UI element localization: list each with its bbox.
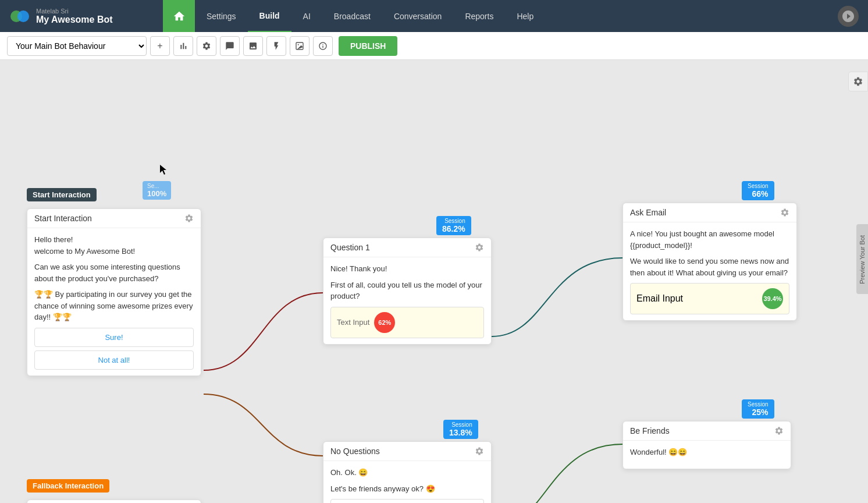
q1-gear-icon[interactable] bbox=[475, 243, 484, 252]
nav-reports[interactable]: Reports bbox=[453, 0, 505, 32]
no-q-text-1: Oh. Ok. 😄 bbox=[330, 467, 484, 479]
no-questions-node[interactable]: No Questions Oh. Ok. 😄 Let's be friends … bbox=[323, 441, 492, 503]
be-friends-body: Wonderful! 😄😄 bbox=[623, 441, 791, 469]
fallback-node-header: Fallback Interaction bbox=[27, 500, 201, 503]
image-button[interactable] bbox=[243, 36, 263, 56]
start-gear-icon[interactable] bbox=[184, 214, 194, 223]
q1-pct-badge: 62% bbox=[374, 312, 395, 333]
lightning-button[interactable] bbox=[266, 36, 286, 56]
svg-point-3 bbox=[298, 44, 299, 45]
nav-ai[interactable]: AI bbox=[291, 0, 322, 32]
email-pct-badge: 39.4% bbox=[762, 288, 783, 309]
nav-build[interactable]: Build bbox=[248, 0, 291, 32]
be-friends-header: Be Friends bbox=[623, 421, 791, 441]
be-friends-session-badge: Session 25% bbox=[742, 399, 774, 419]
start-text-3: 🏆🏆 By participating in our survey you ge… bbox=[34, 289, 194, 323]
not-at-all-button[interactable]: Not at all! bbox=[34, 350, 194, 370]
bot-name: My Awesome Bot bbox=[36, 15, 113, 25]
logo-area: Matelab Sri My Awesome Bot bbox=[0, 6, 163, 27]
avatar[interactable] bbox=[838, 6, 859, 27]
ask-email-node[interactable]: Ask Email A nice! You just bought an awe… bbox=[622, 203, 797, 321]
q1-body: Nice! Thank you! First of all, could you… bbox=[323, 257, 491, 344]
q1-text-1: Nice! Thank you! bbox=[330, 263, 484, 275]
start-session-overlay: Se... 100% bbox=[143, 181, 171, 200]
toolbar: Your Main Bot Behaviour + PUBLISH bbox=[0, 32, 868, 60]
q1-text-input: Text Input 62% bbox=[330, 307, 484, 338]
publish-button[interactable]: PUBLISH bbox=[339, 36, 397, 56]
no-q-session-badge: Session 13.8% bbox=[443, 420, 478, 439]
no-q-gear-icon[interactable] bbox=[475, 447, 484, 456]
fallback-node[interactable]: Fallback Interaction I'm sorry but I did… bbox=[27, 500, 201, 503]
no-q-text-2: Let's be friends anyway ok? 😍 bbox=[330, 483, 484, 495]
gear-button[interactable] bbox=[197, 36, 216, 56]
be-friends-node[interactable]: Be Friends Wonderful! 😄😄 bbox=[622, 421, 791, 469]
behaviour-dropdown[interactable]: Your Main Bot Behaviour bbox=[7, 36, 147, 56]
company-name: Matelab Sri bbox=[36, 8, 113, 15]
start-text-2: Can we ask you some interesting question… bbox=[34, 261, 194, 284]
logo-text-area: Matelab Sri My Awesome Bot bbox=[36, 8, 113, 25]
no-q-body: Oh. Ok. 😄 Let's be friends anyway ok? 😍 … bbox=[323, 461, 491, 503]
nav-right bbox=[838, 6, 868, 27]
sure-button[interactable]: Sure! bbox=[34, 328, 194, 347]
add-button[interactable]: + bbox=[150, 36, 170, 56]
start-interaction-node[interactable]: Start Interaction Hello there!welcome to… bbox=[27, 208, 201, 376]
q1-header: Question 1 bbox=[323, 238, 491, 257]
nav-settings[interactable]: Settings bbox=[195, 0, 248, 32]
fallback-label-area: Fallback Interaction bbox=[27, 479, 109, 493]
start-node-header: Start Interaction bbox=[27, 209, 201, 228]
email-header: Ask Email bbox=[623, 203, 796, 222]
email-text-2: We would like to send you some news now … bbox=[630, 256, 789, 278]
email-gear-icon[interactable] bbox=[780, 208, 789, 217]
start-node-body: Hello there!welcome to My Awesome Bot! C… bbox=[27, 228, 201, 376]
start-text-1: Hello there!welcome to My Awesome Bot! bbox=[34, 234, 194, 257]
be-friends-gear-icon[interactable] bbox=[774, 426, 784, 435]
nav-broadcast[interactable]: Broadcast bbox=[322, 0, 382, 32]
nav-home[interactable] bbox=[163, 0, 195, 32]
logo-icon bbox=[9, 6, 30, 27]
bar-chart-button[interactable] bbox=[173, 36, 193, 56]
canvas-settings-button[interactable] bbox=[848, 72, 868, 91]
info-button[interactable] bbox=[313, 36, 333, 56]
image2-button[interactable] bbox=[290, 36, 310, 56]
nav-help[interactable]: Help bbox=[505, 0, 545, 32]
question1-node[interactable]: Question 1 Nice! Thank you! First of all… bbox=[323, 238, 492, 345]
preview-tab-label: Preview Your Bot bbox=[859, 235, 866, 284]
top-nav: Matelab Sri My Awesome Bot Settings Buil… bbox=[0, 0, 868, 32]
email-text-1: A nice! You just bought an awesome model… bbox=[630, 228, 789, 251]
q1-session-badge: Session 86.2% bbox=[436, 216, 471, 235]
email-body: A nice! You just bought an awesome model… bbox=[623, 222, 796, 320]
nav-conversation[interactable]: Conversation bbox=[382, 0, 454, 32]
chat-button[interactable] bbox=[220, 36, 240, 56]
email-input-row: Email Input 39.4% bbox=[630, 283, 789, 314]
be-friends-text: Wonderful! 😄😄 bbox=[630, 447, 784, 458]
preview-tab[interactable]: Preview Your Bot bbox=[856, 224, 868, 294]
cursor bbox=[160, 165, 172, 176]
no-q-header: No Questions bbox=[323, 442, 491, 461]
start-interaction-label: Start Interaction bbox=[27, 188, 97, 201]
email-session-badge: Session 66% bbox=[742, 181, 774, 200]
svg-point-1 bbox=[17, 10, 29, 22]
canvas: Preview Your Bot Start Interaction Se...… bbox=[0, 60, 868, 503]
yes-of-course-button[interactable]: Yes of course bbox=[330, 499, 484, 503]
q1-text-2: First of all, could you tell us the mode… bbox=[330, 279, 484, 302]
